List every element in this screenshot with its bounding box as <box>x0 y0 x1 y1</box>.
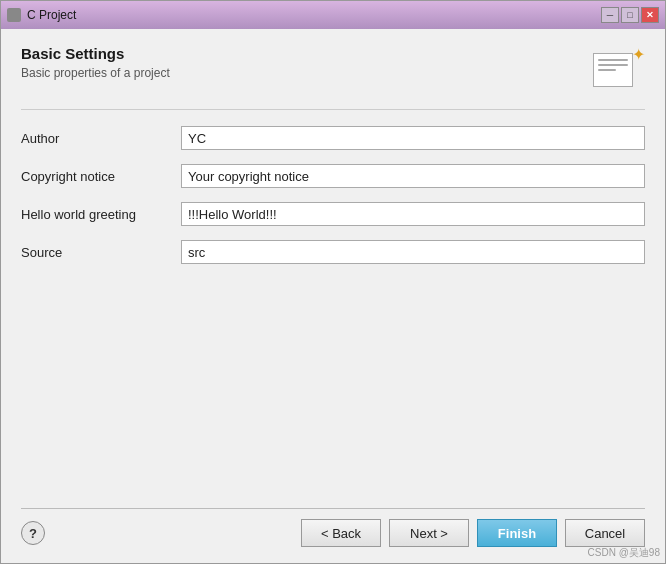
window-title: C Project <box>27 8 76 22</box>
form-row-copyright: Copyright notice <box>21 164 645 188</box>
minimize-button[interactable]: ─ <box>601 7 619 23</box>
icon-line-3 <box>598 69 616 71</box>
form-row-source: Source <box>21 240 645 264</box>
main-window: C Project ─ □ ✕ Basic Settings Basic pro… <box>0 0 666 564</box>
header-icon: ✦ <box>593 45 645 97</box>
input-source[interactable] <box>181 240 645 264</box>
label-greeting: Hello world greeting <box>21 207 181 222</box>
next-button[interactable]: Next > <box>389 519 469 547</box>
close-button[interactable]: ✕ <box>641 7 659 23</box>
footer: ? < Back Next > Finish Cancel <box>21 508 645 551</box>
footer-buttons: < Back Next > Finish Cancel <box>301 519 645 547</box>
input-author[interactable] <box>181 126 645 150</box>
spacer <box>21 317 645 508</box>
icon-line-1 <box>598 59 628 61</box>
star-icon: ✦ <box>632 45 645 64</box>
window-icon <box>7 8 21 22</box>
watermark: CSDN @吴迪98 <box>588 546 660 560</box>
dialog-title: Basic Settings <box>21 45 170 62</box>
header-section: Basic Settings Basic properties of a pro… <box>21 45 645 110</box>
titlebar-left: C Project <box>7 8 76 22</box>
input-copyright[interactable] <box>181 164 645 188</box>
dialog-subtitle: Basic properties of a project <box>21 66 170 80</box>
label-copyright: Copyright notice <box>21 169 181 184</box>
label-author: Author <box>21 131 181 146</box>
restore-button[interactable]: □ <box>621 7 639 23</box>
icon-card <box>593 53 633 87</box>
dialog-content: Basic Settings Basic properties of a pro… <box>1 29 665 563</box>
icon-card-lines <box>598 59 628 71</box>
cancel-button[interactable]: Cancel <box>565 519 645 547</box>
titlebar: C Project ─ □ ✕ <box>1 1 665 29</box>
finish-button[interactable]: Finish <box>477 519 557 547</box>
icon-line-2 <box>598 64 628 66</box>
form-area: AuthorCopyright noticeHello world greeti… <box>21 126 645 317</box>
form-row-greeting: Hello world greeting <box>21 202 645 226</box>
label-source: Source <box>21 245 181 260</box>
header-text: Basic Settings Basic properties of a pro… <box>21 45 170 80</box>
back-button[interactable]: < Back <box>301 519 381 547</box>
footer-left: ? <box>21 521 45 545</box>
help-button[interactable]: ? <box>21 521 45 545</box>
input-greeting[interactable] <box>181 202 645 226</box>
form-row-author: Author <box>21 126 645 150</box>
titlebar-controls: ─ □ ✕ <box>601 7 659 23</box>
